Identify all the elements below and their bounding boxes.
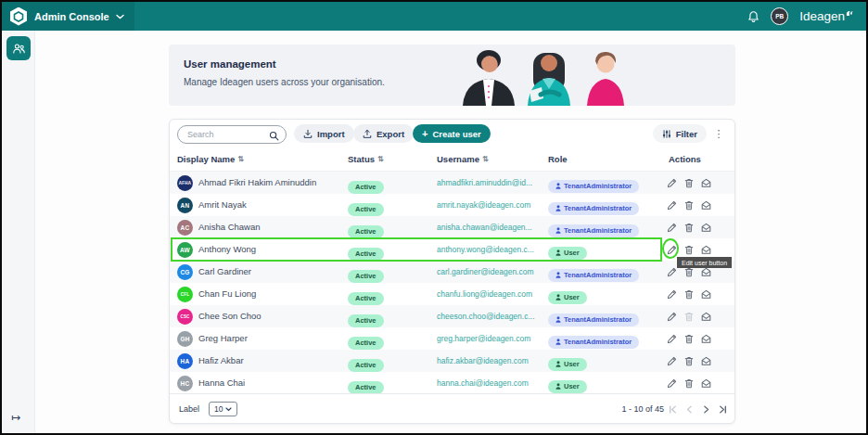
delete-user-icon[interactable] — [684, 378, 694, 389]
table-row[interactable]: AC Anisha Chawan Active anisha.chawan@id… — [170, 216, 734, 238]
delete-user-icon[interactable] — [684, 178, 694, 188]
table-row[interactable]: AFHA Ahmad Fikri Hakim Aminuddin Active … — [170, 172, 734, 194]
username-link[interactable]: chanfu.liong@ideagen.com — [437, 283, 532, 305]
username-link[interactable]: hanna.chai@ideagen.com — [437, 372, 529, 394]
role-badge: TenantAdministrator — [548, 269, 639, 282]
username-link[interactable]: cheeson.choo@ideagen.c... — [437, 305, 535, 327]
avatar: HA — [177, 353, 193, 369]
delete-user-icon[interactable] — [684, 356, 694, 366]
resend-invite-icon[interactable] — [701, 223, 711, 233]
delete-user-icon[interactable] — [684, 289, 694, 300]
sort-icon[interactable]: ⇅ — [377, 147, 384, 172]
username-link[interactable]: anisha.chawan@ideagen... — [437, 216, 532, 238]
table-row[interactable]: CSC Chee Son Choo Active cheeson.choo@id… — [170, 305, 734, 327]
status-badge: Active — [348, 270, 384, 283]
avatar-initials: HC — [181, 380, 190, 387]
sort-icon[interactable]: ⇅ — [237, 147, 244, 172]
table-row[interactable]: HA Hafiz Akbar Active hafiz.akbar@ideage… — [170, 350, 734, 372]
display-name: Amrit Nayak — [198, 194, 247, 216]
more-options-kebab-icon[interactable]: ⋮ — [712, 124, 725, 143]
resend-invite-icon[interactable] — [701, 334, 711, 344]
person-icon — [555, 227, 561, 234]
filter-button[interactable]: Filter — [653, 124, 707, 143]
username-link[interactable]: ahmadfikri.aminuddin@id... — [437, 172, 532, 194]
edit-user-icon[interactable] — [667, 356, 677, 366]
column-username[interactable]: Username⇅ — [437, 147, 489, 172]
delete-user-icon[interactable] — [684, 267, 694, 277]
resend-invite-icon[interactable] — [701, 312, 711, 322]
delete-user-icon[interactable] — [684, 200, 694, 211]
delete-user-icon[interactable] — [684, 334, 694, 344]
import-button[interactable]: Import — [294, 124, 354, 143]
page-size-select[interactable]: 10 — [209, 402, 237, 416]
brand-logo: Ideagen — [799, 9, 853, 23]
resend-invite-icon[interactable] — [701, 267, 711, 277]
sort-icon[interactable]: ⇅ — [482, 147, 489, 172]
role-badge: TenantAdministrator — [548, 202, 639, 215]
edit-user-icon[interactable] — [667, 267, 677, 277]
user-avatar[interactable]: PB — [771, 7, 788, 25]
column-status[interactable]: Status⇅ — [348, 147, 384, 172]
edit-user-icon[interactable] — [667, 200, 677, 211]
resend-invite-icon[interactable] — [701, 356, 711, 366]
display-name: Carl Gardiner — [198, 261, 251, 283]
username-link[interactable]: carl.gardiner@ideagen.com — [437, 261, 534, 283]
table-row[interactable]: AN Amrit Nayak Active amrit.nayak@ideage… — [170, 194, 734, 216]
resend-invite-icon[interactable] — [701, 178, 711, 188]
sidebar-item-users[interactable] — [6, 36, 31, 60]
avatar-initials: GH — [180, 336, 189, 342]
table-row[interactable]: GH Greg Harper Active greg.harper@ideage… — [170, 327, 734, 350]
display-name: Ahmad Fikri Hakim Aminuddin — [198, 172, 316, 194]
role-badge: TenantAdministrator — [548, 313, 639, 326]
column-display-name[interactable]: Display Name⇅ — [177, 147, 244, 172]
table-row[interactable]: CFL Chan Fu Liong Active chanfu.liong@id… — [170, 283, 734, 305]
role-label: TenantAdministrator — [564, 315, 632, 324]
resend-invite-icon[interactable] — [701, 245, 711, 255]
pagination-controls — [669, 394, 727, 424]
table-row[interactable]: HC Hanna Chai Active hanna.chai@ideagen.… — [170, 372, 734, 394]
delete-user-icon[interactable] — [684, 312, 694, 322]
username-link[interactable]: hafiz.akbar@ideagen.com — [437, 350, 529, 372]
table-row[interactable]: CG Carl Gardiner Active carl.gardiner@id… — [170, 261, 734, 283]
status-badge: Active — [348, 203, 384, 216]
resend-invite-icon[interactable] — [701, 289, 711, 300]
role-label: TenantAdministrator — [564, 204, 632, 212]
edit-user-icon[interactable] — [667, 378, 677, 389]
table-row[interactable]: AW Anthony Wong Active anthony.wong@idea… — [170, 238, 734, 261]
role-badge: TenantAdministrator — [548, 180, 639, 193]
edit-user-icon[interactable] — [667, 223, 677, 233]
delete-user-icon[interactable] — [684, 223, 694, 233]
first-page-icon[interactable] — [669, 405, 677, 414]
person-icon — [555, 205, 561, 211]
avatar: AW — [177, 242, 193, 258]
export-label: Export — [377, 129, 404, 139]
edit-user-icon[interactable] — [667, 312, 677, 322]
edit-user-icon[interactable] — [667, 289, 677, 300]
delete-user-icon[interactable] — [684, 245, 694, 255]
search-icon — [269, 128, 279, 145]
resend-invite-icon[interactable] — [701, 200, 711, 211]
edit-user-icon[interactable] — [667, 178, 677, 188]
username-link[interactable]: anthony.wong@ideagen.c... — [437, 238, 534, 261]
edit-user-icon[interactable] — [667, 334, 677, 344]
user-table-card: Import Export + Create user Filter ⋮ Dis… — [169, 119, 735, 424]
avatar-initials: CFL — [181, 292, 189, 297]
username-link[interactable]: greg.harper@ideagen.com — [437, 327, 530, 350]
column-actions: Actions — [669, 147, 701, 172]
app-switcher[interactable]: Admin Console — [2, 2, 134, 31]
filter-sliders-icon — [662, 129, 671, 139]
screen: Admin Console PB Ideagen ↦ User manageme… — [0, 0, 868, 435]
create-user-button[interactable]: + Create user — [413, 124, 491, 143]
username-link[interactable]: amrit.nayak@ideagen.com — [437, 194, 530, 216]
resend-invite-icon[interactable] — [701, 378, 711, 389]
export-button[interactable]: Export — [353, 124, 414, 143]
avatar: CFL — [177, 287, 193, 302]
next-page-icon[interactable] — [702, 405, 710, 414]
notifications-bell-icon[interactable] — [747, 10, 760, 23]
plus-icon: + — [422, 128, 428, 139]
edit-user-icon[interactable] — [667, 245, 677, 255]
sidebar-expand-icon[interactable]: ↦ — [11, 411, 20, 424]
previous-page-icon[interactable] — [685, 405, 694, 414]
person-icon — [555, 249, 561, 256]
last-page-icon[interactable] — [719, 405, 727, 414]
